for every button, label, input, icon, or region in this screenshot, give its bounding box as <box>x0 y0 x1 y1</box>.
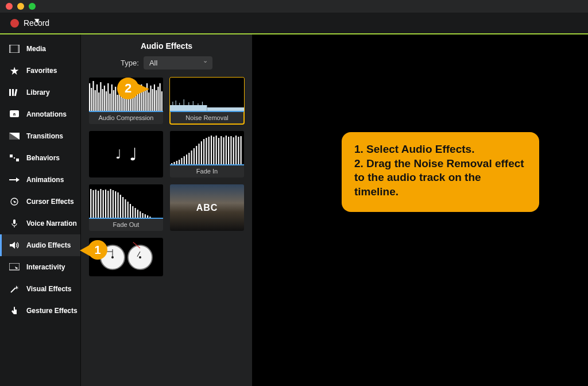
svg-rect-71 <box>184 99 184 111</box>
effect-preview <box>170 78 244 112</box>
svg-rect-88 <box>198 144 199 164</box>
svg-rect-115 <box>110 189 111 218</box>
effects-panel-title: Audio Effects <box>89 39 244 56</box>
svg-rect-29 <box>96 84 98 111</box>
svg-rect-17 <box>13 219 16 224</box>
window-titlebar <box>0 0 588 13</box>
effect-fade-out[interactable]: Fade Out <box>89 184 163 231</box>
svg-rect-84 <box>188 153 189 164</box>
captions-preview-text: ABC <box>196 203 218 213</box>
sidebar: Media ★ Favorites Library a Annotations … <box>0 34 81 386</box>
star-icon: ★ <box>9 65 20 76</box>
clock-icon <box>127 245 153 270</box>
svg-rect-61 <box>156 90 157 111</box>
effect-label: Audio Compression <box>89 112 163 124</box>
svg-marker-19 <box>10 242 15 249</box>
svg-rect-105 <box>241 136 242 164</box>
svg-rect-75 <box>202 102 203 111</box>
effect-pitch[interactable]: ♩ ♩ Pitch <box>89 131 163 177</box>
svg-rect-77 <box>171 163 172 164</box>
effects-panel: Audio Effects Type: All <box>81 34 252 386</box>
music-note-icon: ♩ <box>129 144 137 164</box>
minimize-window-button[interactable] <box>17 3 24 10</box>
svg-rect-123 <box>130 204 131 218</box>
svg-rect-83 <box>186 155 187 164</box>
effects-type-select[interactable]: All <box>144 56 212 70</box>
effect-noise-removal[interactable]: ★ Noise Removal <box>170 78 244 124</box>
sidebar-item-label: Behaviors <box>26 154 60 162</box>
sidebar-item-label: Visual Effects <box>26 285 71 293</box>
svg-rect-73 <box>193 101 194 111</box>
effects-type-filter: Type: All <box>89 56 244 70</box>
sidebar-item-gesture-effects[interactable]: Gesture Effects <box>0 300 80 322</box>
svg-rect-37 <box>111 84 113 111</box>
svg-rect-126 <box>137 210 138 218</box>
effect-fade-in[interactable]: Fade In <box>170 131 244 177</box>
sidebar-item-annotations[interactable]: a Annotations <box>0 103 80 125</box>
svg-rect-3 <box>9 89 11 96</box>
svg-rect-59 <box>152 89 153 111</box>
svg-rect-120 <box>122 197 123 218</box>
svg-rect-27 <box>92 81 94 111</box>
svg-rect-79 <box>176 161 177 164</box>
sidebar-item-transitions[interactable]: Transitions <box>0 125 80 147</box>
sidebar-item-animations[interactable]: Animations <box>0 169 80 191</box>
svg-rect-116 <box>113 190 114 218</box>
svg-rect-101 <box>230 136 231 164</box>
svg-rect-64 <box>161 91 163 111</box>
svg-rect-39 <box>115 87 116 111</box>
sidebar-item-label: Favorites <box>26 67 57 75</box>
record-dot-icon <box>10 19 19 28</box>
interactivity-icon <box>9 262 20 272</box>
svg-rect-95 <box>216 136 217 164</box>
svg-rect-122 <box>127 202 129 218</box>
svg-rect-119 <box>120 195 121 218</box>
svg-rect-60 <box>154 84 155 111</box>
sidebar-item-favorites[interactable]: ★ Favorites <box>0 60 80 82</box>
svg-rect-99 <box>226 136 227 164</box>
svg-rect-94 <box>213 137 214 164</box>
sidebar-item-visual-effects[interactable]: Visual Effects <box>0 278 80 300</box>
gesture-effects-icon <box>9 306 20 316</box>
svg-rect-121 <box>125 199 126 218</box>
sidebar-item-cursor-effects[interactable]: Cursor Effects <box>0 191 80 213</box>
svg-rect-1 <box>9 45 11 53</box>
sidebar-item-label: Cursor Effects <box>26 198 74 206</box>
svg-rect-32 <box>102 89 103 111</box>
svg-rect-127 <box>140 211 141 218</box>
svg-rect-70 <box>179 103 180 111</box>
sidebar-item-library[interactable]: Library <box>0 82 80 103</box>
svg-rect-109 <box>95 190 96 218</box>
sidebar-item-voice-narration[interactable]: Voice Narration <box>0 213 80 234</box>
sidebar-item-audio-effects[interactable]: Audio Effects <box>0 234 80 256</box>
transitions-icon <box>9 131 20 141</box>
sidebar-item-behaviors[interactable]: Behaviors <box>0 147 80 169</box>
svg-rect-124 <box>132 206 133 218</box>
sidebar-item-label: Voice Narration <box>26 219 77 227</box>
instruction-callout: 1. Select Audio Effects. 2. Drag the Noi… <box>342 132 539 212</box>
svg-rect-69 <box>176 101 176 111</box>
zoom-window-button[interactable] <box>29 3 36 10</box>
svg-rect-86 <box>194 148 195 164</box>
svg-rect-102 <box>233 137 234 164</box>
svg-rect-72 <box>188 102 189 111</box>
svg-rect-68 <box>172 102 173 111</box>
close-window-button[interactable] <box>6 3 13 10</box>
effect-captions[interactable]: ABC Captions <box>170 184 244 231</box>
svg-rect-78 <box>173 162 175 164</box>
svg-rect-129 <box>145 214 146 218</box>
svg-rect-90 <box>203 139 204 164</box>
step-number: 1 <box>94 244 100 257</box>
record-bar: Record <box>0 13 588 34</box>
svg-rect-74 <box>198 103 198 111</box>
sidebar-item-media[interactable]: Media <box>0 38 80 60</box>
effect-preview <box>170 131 244 165</box>
sidebar-item-label: Audio Effects <box>26 241 71 249</box>
svg-rect-85 <box>191 150 192 164</box>
svg-rect-104 <box>238 137 239 164</box>
svg-rect-110 <box>98 191 99 218</box>
visual-effects-icon <box>9 284 20 294</box>
sidebar-item-interactivity[interactable]: Interactivity <box>0 256 80 278</box>
svg-rect-92 <box>208 137 210 164</box>
svg-rect-20 <box>9 263 20 270</box>
